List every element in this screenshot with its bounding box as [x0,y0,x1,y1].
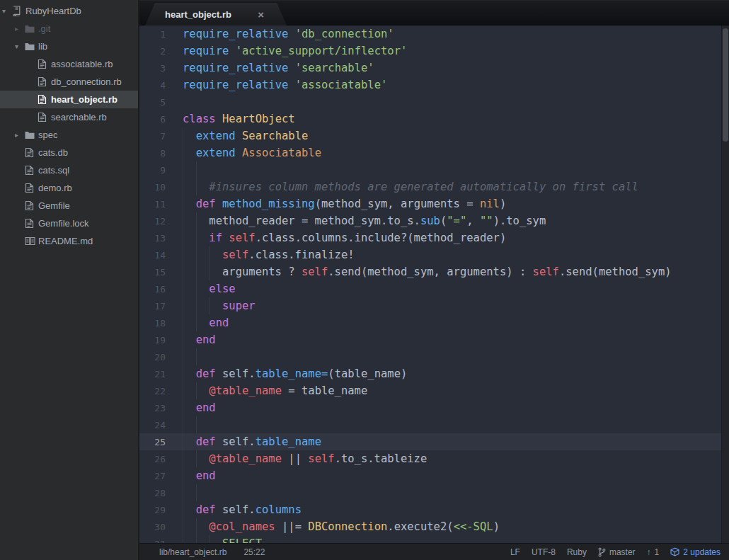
code-line[interactable]: 11def method_missing(method_sym, argumen… [139,195,729,212]
code-line[interactable]: 12method_reader = method_sym.to_s.sub("=… [139,212,729,229]
code-line[interactable]: 31SELECT [139,535,729,543]
sidebar-item-cats-db[interactable]: cats.db [0,144,138,161]
status-ruby[interactable]: Ruby [567,547,587,557]
code-line[interactable]: 5 [139,93,729,110]
line-content [183,350,209,363]
folder-icon [25,131,38,139]
code-line[interactable]: 23end [139,399,729,416]
code-line[interactable]: 10#insures column methods are generated … [139,178,729,195]
code-line[interactable]: 6class HeartObject [139,110,729,127]
status-1[interactable]: ↑1 [647,547,660,557]
tree-item-label: cats.db [38,147,68,158]
code-token [288,79,294,91]
line-content: @table_name || self.to_s.tableize [183,452,427,465]
status-bar: lib/heart_object.rb 25:22 LFUTF-8Rubymas… [139,543,729,560]
code-line[interactable]: 27end [139,467,729,484]
code-line[interactable]: 15arguments ? self.send(method_sym, argu… [139,263,729,280]
code-line-active[interactable]: 25def self.table_name [139,433,729,450]
code-line[interactable]: 18end [139,314,729,331]
sidebar-item-lib[interactable]: ▾lib [0,38,138,55]
sidebar-item-associatable-rb[interactable]: associatable.rb [0,55,138,73]
scrollbar-track[interactable] [721,25,729,543]
sidebar-item-heart-object-rb[interactable]: heart_object.rb [0,91,138,108]
status-master[interactable]: master [598,547,636,557]
code-token: self. [222,435,256,448]
line-content: def self.columns [183,503,302,516]
status-lf[interactable]: LF [510,547,520,557]
sidebar-item-searchable-rb[interactable]: searchable.rb [0,108,138,126]
code-line[interactable]: 19end [139,331,729,348]
code-line[interactable]: 8extend Associatable [139,144,729,161]
sidebar-item-demo-rb[interactable]: demo.rb [0,179,138,197]
status-label: Ruby [567,547,587,557]
code-line[interactable]: 9 [139,161,729,178]
code-token: .to_s.tableize [335,452,427,465]
code-line[interactable]: 30@col_names ||= DBConnection.execute2(<… [139,518,729,535]
code-line[interactable]: 14self.class.finalize! [139,246,729,263]
tree-item-label: spec [38,130,57,140]
status-2-updates[interactable]: 2 updates [670,547,721,557]
file-icon [38,76,51,87]
chevron-down-icon[interactable]: ▾ [14,42,25,50]
sidebar-item-db-connection-rb[interactable]: db_connection.rb [0,73,138,91]
code-token [236,130,242,142]
line-number: 20 [139,349,166,366]
line-number: 24 [139,417,166,434]
code-line[interactable]: 4require_relative 'associatable' [139,76,729,93]
package-icon [670,547,679,556]
code-line[interactable]: 16else [139,280,729,297]
sidebar-item-rubyheartdb[interactable]: ▾RubyHeartDb [0,2,138,20]
code-token: method_reader = method_sym.to_s. [209,215,420,227]
line-number: 9 [139,162,166,179]
scrollbar-thumb[interactable] [723,28,728,142]
indent-guide [183,144,196,161]
tab-heart-object-rb[interactable]: heart_object.rb × [145,3,287,25]
cursor-position[interactable]: 25:22 [243,547,265,557]
sidebar-item-git[interactable]: ▸.git [0,20,138,38]
status-utf-8[interactable]: UTF-8 [532,547,556,557]
code-line[interactable]: 13if self.class.columns.include?(method_… [139,229,729,246]
code-line[interactable]: 3require_relative 'searchable' [139,59,729,76]
code-token: (method_sym, arguments = [315,198,480,210]
code-token: .send(method_sym, arguments) : [328,265,532,278]
line-content: def self.table_name [183,435,321,448]
line-content: @table_name = table_name [183,384,367,397]
code-line[interactable]: 24 [139,416,729,433]
code-line[interactable]: 21def self.table_name=(table_name) [139,365,729,382]
code-line[interactable]: 1require_relative 'db_connection' [139,25,729,42]
code-token [216,367,222,380]
sidebar-item-readme-md[interactable]: README.md [0,232,138,250]
chevron-right-icon[interactable]: ▸ [14,25,25,33]
code-line[interactable]: 28 [139,484,729,501]
code-line[interactable]: 17super [139,297,729,314]
file-icon [38,94,51,105]
code-line[interactable]: 20 [139,348,729,365]
code-line[interactable]: 7extend Searchable [139,127,729,144]
line-content: require 'active_support/inflector' [183,45,407,57]
close-icon[interactable]: × [258,8,264,21]
code-line[interactable]: 26@table_name || self.to_s.tableize [139,450,729,467]
chevron-right-icon[interactable]: ▸ [14,131,25,139]
editor-pane[interactable]: 1require_relative 'db_connection'2requir… [139,25,729,543]
line-number: 11 [139,196,166,213]
code-token: require_relative [183,62,288,74]
code-token: require_relative [183,79,288,91]
sidebar-item-cats-sql[interactable]: cats.sql [0,161,138,179]
code-token [288,28,294,40]
indent-guide [196,348,209,365]
indent-guide [183,348,196,365]
code-line[interactable]: 2require 'active_support/inflector' [139,42,729,59]
line-content: require_relative 'db_connection' [183,28,394,40]
sidebar-item-gemfile[interactable]: Gemfile [0,197,138,215]
line-number: 19 [139,332,166,349]
code-token: @table_name [209,384,282,397]
sidebar-item-spec[interactable]: ▸spec [0,126,138,144]
book-icon [25,236,38,246]
main-pane: heart_object.rb × 1require_relative 'db_… [139,0,729,560]
tree-item-label: RubyHeartDb [25,6,81,16]
chevron-down-icon[interactable]: ▾ [1,7,12,15]
code-line[interactable]: 22@table_name = table_name [139,382,729,399]
line-content: extend Associatable [183,147,321,159]
sidebar-item-gemfile-lock[interactable]: Gemfile.lock [0,215,138,232]
code-line[interactable]: 29def self.columns [139,501,729,518]
